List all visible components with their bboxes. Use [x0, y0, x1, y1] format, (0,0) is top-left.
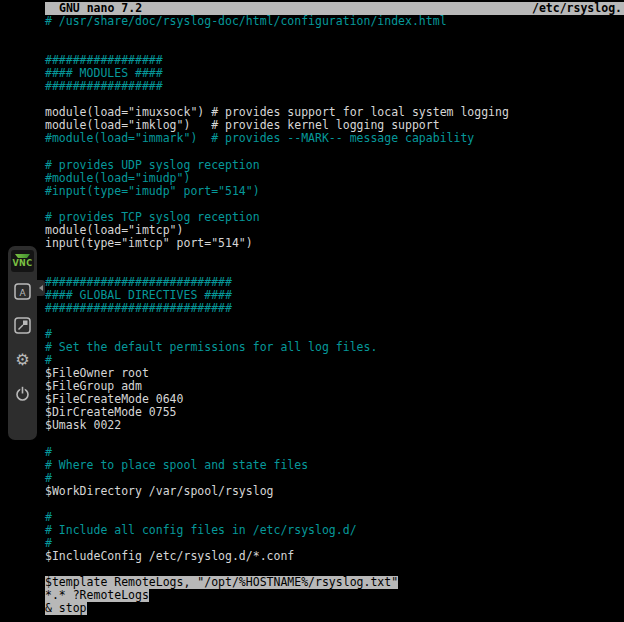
terminal-line: #: [45, 446, 624, 459]
terminal-line: [45, 433, 624, 446]
chevron-left-icon: [39, 285, 43, 291]
terminal-line: #: [45, 511, 624, 524]
terminal-line: [45, 315, 624, 328]
terminal-line: [45, 250, 624, 263]
terminal-line: # Where to place spool and state files: [45, 459, 624, 472]
terminal-line: [45, 145, 624, 158]
terminal-line: #: [45, 472, 624, 485]
svg-text:A: A: [19, 288, 26, 298]
novnc-logo: VNC: [11, 250, 34, 272]
terminal-line: # Include all config files in /etc/rsysl…: [45, 524, 624, 537]
terminal-line: module(load="imtcp"): [45, 224, 624, 237]
terminal-line: $Umask 0022: [45, 419, 624, 432]
terminal[interactable]: GNU nano 7.2 /etc/rsyslog. # /usr/share/…: [45, 2, 624, 622]
novnc-logo-mark: [15, 254, 30, 258]
novnc-logo-text: VNC: [13, 259, 33, 268]
settings-button[interactable]: ⚙: [13, 350, 32, 369]
terminal-lines: # /usr/share/doc/rsyslog-doc/html/config…: [45, 15, 624, 615]
terminal-line: $IncludeConfig /etc/rsyslog.d/*.conf: [45, 550, 624, 563]
keyboard-a-icon: A: [13, 282, 32, 301]
control-bar-handle[interactable]: [37, 280, 45, 296]
terminal-line: [45, 198, 624, 211]
terminal-line: #################: [45, 80, 624, 93]
terminal-line: [45, 28, 624, 41]
terminal-line: # Set the default permissions for all lo…: [45, 341, 624, 354]
fullscreen-icon: [13, 316, 32, 335]
terminal-line: ###########################: [45, 302, 624, 315]
power-button[interactable]: [13, 384, 32, 403]
fullscreen-button[interactable]: [13, 316, 32, 335]
terminal-line: input(type="imtcp" port="514"): [45, 237, 624, 250]
desktop-screen: GNU nano 7.2 /etc/rsyslog. # /usr/share/…: [0, 0, 624, 622]
settings-gear-icon: ⚙: [15, 350, 29, 369]
keyboard-button[interactable]: A: [13, 282, 32, 301]
terminal-line: #: [45, 537, 624, 550]
terminal-line: #module(load="imudp"): [45, 172, 624, 185]
novnc-control-bar: VNC A ⚙: [8, 246, 37, 440]
terminal-line: $WorkDirectory /var/spool/rsyslog: [45, 485, 624, 498]
terminal-line: # /usr/share/doc/rsyslog-doc/html/config…: [45, 15, 624, 28]
power-icon: [13, 384, 32, 403]
terminal-line: [45, 263, 624, 276]
terminal-line: #input(type="imudp" port="514"): [45, 185, 624, 198]
terminal-line: # provides UDP syslog reception: [45, 159, 624, 172]
terminal-line: & stop: [45, 602, 87, 615]
terminal-line: # provides TCP syslog reception: [45, 211, 624, 224]
nano-filename: /etc/rsyslog.: [532, 2, 622, 15]
terminal-line: $DirCreateMode 0755: [45, 406, 624, 419]
terminal-line: #module(load="immark") # provides --MARK…: [45, 132, 624, 145]
terminal-line: [45, 498, 624, 511]
